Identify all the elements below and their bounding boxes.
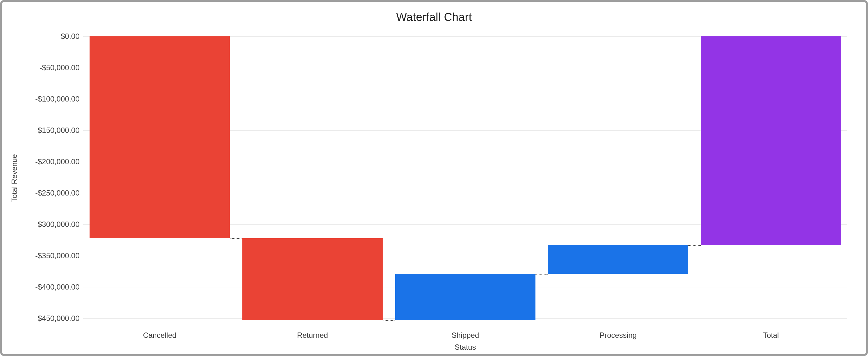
chart-title: Waterfall Chart: [2, 11, 866, 24]
y-tick-label: -$50,000.00: [11, 63, 80, 72]
y-tick-label: -$450,000.00: [11, 314, 80, 323]
y-tick-label: -$200,000.00: [11, 157, 80, 166]
connector: [230, 238, 242, 239]
y-tick-label: -$300,000.00: [11, 220, 80, 229]
plot-area: [83, 36, 847, 325]
y-tick-label: -$150,000.00: [11, 126, 80, 135]
bar-cancelled: [90, 36, 230, 238]
connector: [688, 245, 701, 246]
connector: [383, 320, 395, 321]
x-tick-label: Processing: [600, 331, 637, 340]
y-tick-label: -$100,000.00: [11, 95, 80, 103]
x-axis-label: Status: [83, 343, 847, 352]
x-tick-label: Cancelled: [143, 331, 177, 340]
x-tick-label: Total: [763, 331, 779, 340]
connector: [535, 274, 548, 274]
y-tick-label: -$400,000.00: [11, 283, 80, 292]
bar-returned: [242, 238, 383, 320]
x-tick-label: Shipped: [452, 331, 479, 340]
bar-total: [701, 36, 841, 245]
y-tick-label: -$250,000.00: [11, 189, 80, 198]
chart-frame: Waterfall Chart Total Revenue $0.00-$50,…: [0, 0, 868, 356]
y-tick-label: $0.00: [11, 32, 80, 41]
bar-shipped: [395, 274, 536, 320]
y-axis-ticks: $0.00-$50,000.00-$100,000.00-$150,000.00…: [2, 36, 83, 325]
x-tick-label: Returned: [297, 331, 328, 340]
y-tick-label: -$350,000.00: [11, 251, 80, 260]
bar-processing: [548, 245, 689, 274]
